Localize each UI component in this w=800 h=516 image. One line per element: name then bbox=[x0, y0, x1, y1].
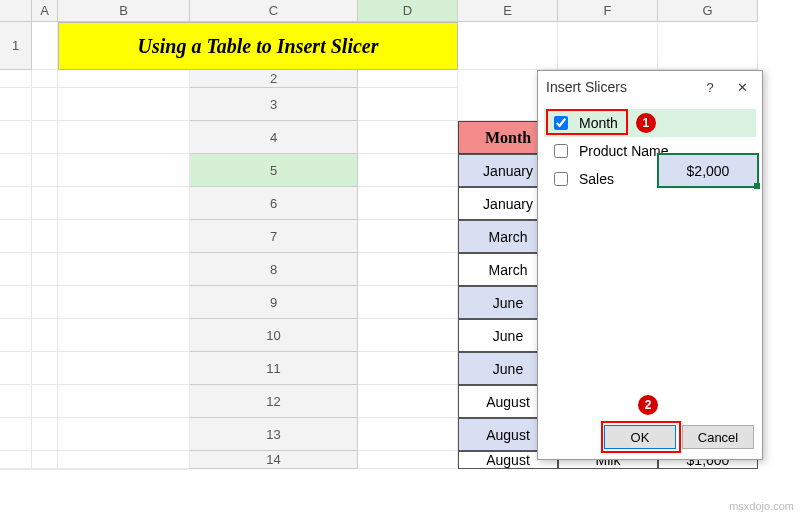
cell-A6[interactable] bbox=[358, 187, 458, 220]
row-header-1[interactable]: 1 bbox=[0, 22, 32, 70]
cell-E8[interactable] bbox=[0, 286, 32, 319]
cell-F13[interactable] bbox=[32, 451, 58, 469]
cell-F3[interactable] bbox=[32, 121, 58, 154]
column-header-D[interactable]: D bbox=[358, 0, 458, 22]
cell-value: January bbox=[483, 196, 533, 212]
cell-F5[interactable] bbox=[32, 187, 58, 220]
cell-F14[interactable] bbox=[32, 469, 58, 470]
column-header-C[interactable]: C bbox=[190, 0, 358, 22]
row-header-13[interactable]: 13 bbox=[190, 418, 358, 451]
cell-A4[interactable] bbox=[358, 121, 458, 154]
slicer-field-checkbox[interactable] bbox=[554, 172, 568, 186]
cell-A5[interactable] bbox=[358, 154, 458, 187]
cell-A9[interactable] bbox=[358, 286, 458, 319]
cell-A12[interactable] bbox=[358, 385, 458, 418]
row-header-14[interactable]: 14 bbox=[190, 451, 358, 469]
cell-E11[interactable] bbox=[0, 385, 32, 418]
cell-E12[interactable] bbox=[0, 418, 32, 451]
cell-G6[interactable] bbox=[58, 220, 190, 253]
column-header-A[interactable]: A bbox=[32, 0, 58, 22]
row-header-2[interactable]: 2 bbox=[190, 70, 358, 88]
cell-value: June bbox=[493, 295, 523, 311]
cell-E2[interactable] bbox=[0, 88, 32, 121]
cell-A13[interactable] bbox=[358, 418, 458, 451]
cell-E4[interactable] bbox=[0, 154, 32, 187]
slicer-field-checkbox[interactable] bbox=[554, 116, 568, 130]
select-all-corner[interactable] bbox=[0, 0, 32, 22]
cell-F12[interactable] bbox=[32, 418, 58, 451]
cell-G5[interactable] bbox=[58, 187, 190, 220]
row-header-12[interactable]: 12 bbox=[190, 385, 358, 418]
dialog-close-button[interactable]: ✕ bbox=[730, 77, 754, 97]
cell-E14[interactable] bbox=[0, 469, 32, 470]
table-cell[interactable]: $2,000 bbox=[658, 154, 758, 187]
cell-G12[interactable] bbox=[58, 418, 190, 451]
callout-2: 2 bbox=[638, 395, 658, 415]
cell-C1[interactable] bbox=[558, 22, 658, 70]
cell-E6[interactable] bbox=[0, 220, 32, 253]
row-header-7[interactable]: 7 bbox=[190, 220, 358, 253]
cancel-button[interactable]: Cancel bbox=[682, 425, 754, 449]
slicer-field-label: Sales bbox=[579, 171, 614, 187]
cell-G13[interactable] bbox=[58, 451, 190, 469]
cell-A14[interactable] bbox=[358, 451, 458, 469]
cell-G1[interactable] bbox=[58, 70, 190, 88]
cell-G9[interactable] bbox=[58, 319, 190, 352]
cell-E9[interactable] bbox=[0, 319, 32, 352]
row-header-11[interactable]: 11 bbox=[190, 352, 358, 385]
cell-E5[interactable] bbox=[0, 187, 32, 220]
cell-G10[interactable] bbox=[58, 352, 190, 385]
cell-G14[interactable] bbox=[58, 469, 190, 470]
cell-B1[interactable] bbox=[458, 22, 558, 70]
dialog-footer: 2 OK Cancel bbox=[538, 415, 762, 459]
row-header-3[interactable]: 3 bbox=[190, 88, 358, 121]
cell-F6[interactable] bbox=[32, 220, 58, 253]
cell-E7[interactable] bbox=[0, 253, 32, 286]
slicer-field-checkbox[interactable] bbox=[554, 144, 568, 158]
cell-A11[interactable] bbox=[358, 352, 458, 385]
cell-A2[interactable] bbox=[358, 70, 458, 88]
ok-button[interactable]: OK bbox=[604, 425, 676, 449]
column-header-F[interactable]: F bbox=[558, 0, 658, 22]
cell-E1[interactable] bbox=[0, 70, 32, 88]
cell-G4[interactable] bbox=[58, 154, 190, 187]
cell-G11[interactable] bbox=[58, 385, 190, 418]
cell-A7[interactable] bbox=[358, 220, 458, 253]
cell-G2[interactable] bbox=[58, 88, 190, 121]
row-header-8[interactable]: 8 bbox=[190, 253, 358, 286]
cell-A3[interactable] bbox=[358, 88, 458, 121]
cell-E3[interactable] bbox=[0, 121, 32, 154]
cell-G8[interactable] bbox=[58, 286, 190, 319]
cell-A1[interactable] bbox=[32, 22, 58, 70]
cell-F11[interactable] bbox=[32, 385, 58, 418]
slicer-field-row[interactable]: Month1 bbox=[544, 109, 756, 137]
cell-F10[interactable] bbox=[32, 352, 58, 385]
cell-G7[interactable] bbox=[58, 253, 190, 286]
cell-F8[interactable] bbox=[32, 286, 58, 319]
cell-A10[interactable] bbox=[358, 319, 458, 352]
cell-E13[interactable] bbox=[0, 451, 32, 469]
column-header-B[interactable]: B bbox=[58, 0, 190, 22]
row-header-5[interactable]: 5 bbox=[190, 154, 358, 187]
cell-value: August bbox=[486, 394, 530, 410]
column-header-E[interactable]: E bbox=[458, 0, 558, 22]
cell-value: June bbox=[493, 361, 523, 377]
cell-D1[interactable] bbox=[658, 22, 758, 70]
cell-F2[interactable] bbox=[32, 88, 58, 121]
dialog-help-button[interactable]: ? bbox=[698, 77, 722, 97]
row-header-4[interactable]: 4 bbox=[190, 121, 358, 154]
cell-F4[interactable] bbox=[32, 154, 58, 187]
row-header-6[interactable]: 6 bbox=[190, 187, 358, 220]
cell-F1[interactable] bbox=[32, 70, 58, 88]
cell-G3[interactable] bbox=[58, 121, 190, 154]
cell-F7[interactable] bbox=[32, 253, 58, 286]
dialog-titlebar[interactable]: Insert Slicers ? ✕ bbox=[538, 71, 762, 103]
cell-A8[interactable] bbox=[358, 253, 458, 286]
cell-F9[interactable] bbox=[32, 319, 58, 352]
column-header-G[interactable]: G bbox=[658, 0, 758, 22]
row-header-9[interactable]: 9 bbox=[190, 286, 358, 319]
watermark: msxdojo.com bbox=[729, 500, 794, 512]
row-header-10[interactable]: 10 bbox=[190, 319, 358, 352]
cell-E10[interactable] bbox=[0, 352, 32, 385]
sheet-title: Using a Table to Insert Slicer bbox=[58, 22, 458, 70]
